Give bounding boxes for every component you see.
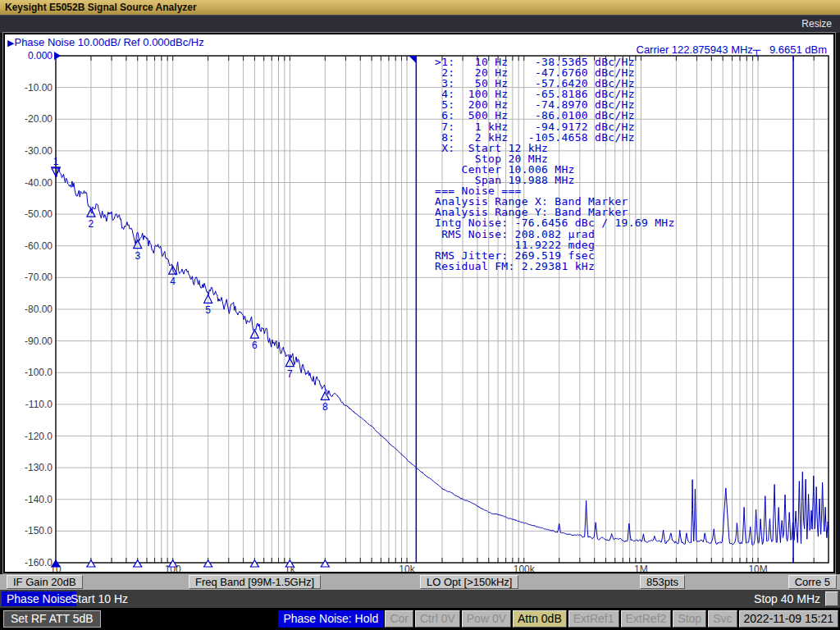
window-title: Keysight E5052B Signal Source Analyzer <box>0 0 840 15</box>
y-tick-label: -160.0 <box>25 557 52 568</box>
y-tick-label: -140.0 <box>25 494 52 505</box>
y-tick-label: -60.00 <box>25 240 52 252</box>
status-indicator-extref2: ExtRef2 <box>621 610 672 628</box>
marker-axis-symbol <box>134 560 142 567</box>
marker-number: 8 <box>322 401 328 413</box>
status-indicator-cor: Cor <box>385 610 413 628</box>
y-tick-label: -150.0 <box>25 525 52 536</box>
window-grip[interactable] <box>825 591 838 606</box>
lo-opt-badge: LO Opt [>150kHz] <box>420 575 518 589</box>
marker-number: 5 <box>205 304 211 316</box>
marker-number: 7 <box>287 368 293 380</box>
sweep-stop-label: Stop 40 MHz <box>754 591 820 606</box>
plot-svg[interactable]: 0.000-10.00-20.00-30.00-40.00-50.00-60.0… <box>5 34 833 572</box>
marker-number: 6 <box>252 340 258 351</box>
datetime-display: 2022-11-09 15:21 <box>739 610 839 628</box>
status-indicator-svc: Svc <box>708 610 737 628</box>
status-indicator-attn: Attn 0dB <box>513 610 567 628</box>
carrier-readout: Carrier 122.875943 MHz┬ 9.6651 dBm <box>637 43 828 56</box>
marker-axis-symbol <box>321 560 329 567</box>
marker-number: 2 <box>89 218 94 230</box>
y-tick-label: -110.0 <box>25 399 52 410</box>
marker-number: 4 <box>170 276 176 287</box>
y-tick-label: -100.0 <box>25 367 52 378</box>
y-tick-label: -130.0 <box>25 462 52 473</box>
y-tick-label: -70.00 <box>25 272 52 283</box>
x-tick-label: 10M <box>748 564 767 572</box>
y-tick-label: -10.00 <box>25 82 52 94</box>
marker-number: 1 <box>53 156 59 167</box>
status-indicator-pow: Pow 0V <box>462 610 511 628</box>
ref-level-icon <box>54 52 61 60</box>
trace-markers: 12345678 <box>51 156 329 567</box>
instrument-status-bar: Set RF ATT 5dB Phase Noise: Hold CorCtrl… <box>0 608 840 630</box>
status-indicator-extref1: ExtRef1 <box>568 610 619 628</box>
marker-info-panel: >1: 10 Hz -38.5365 dBc/Hz 2: 20 Hz -47.6… <box>435 57 675 272</box>
message-field: Set RF ATT 5dB <box>3 610 101 628</box>
measurement-bar: Phase Noise Start 10 Hz Stop 40 MHz <box>0 590 840 608</box>
y-tick-label: -50.00 <box>25 208 52 220</box>
resize-button[interactable]: Resize <box>801 18 832 30</box>
y-tick-label: -120.0 <box>25 431 52 442</box>
status-indicator-ctrl: Ctrl 0V <box>415 610 460 628</box>
band-marker-flag-icon <box>409 56 416 63</box>
y-tick-label: 0.000 <box>28 50 52 62</box>
y-tick-label: -40.00 <box>25 177 52 189</box>
x-tick-label: 100k <box>514 564 536 572</box>
phase-noise-window: ▶Phase Noise 10.00dB/ Ref 0.000dBc/Hz Ca… <box>3 33 835 573</box>
marker-axis-symbol <box>204 560 212 567</box>
tab-phase-noise[interactable]: Phase Noise <box>2 591 76 606</box>
marker-axis-symbol <box>250 560 258 567</box>
correlation-badge: Corre 5 <box>788 575 837 589</box>
x-tick-label: 1M <box>634 564 648 572</box>
marker-number: 3 <box>135 250 140 262</box>
status-indicator-stop: Stop <box>673 610 706 628</box>
sweep-start-label: Start 10 Hz <box>71 591 128 606</box>
config-status-row: IF Gain 20dBFreq Band [99M-1.5GHz]LO Opt… <box>0 574 840 590</box>
y-tick-label: -20.00 <box>25 113 52 125</box>
y-tick-label: -90.00 <box>25 336 52 347</box>
trace-scale-header: ▶Phase Noise 10.00dB/ Ref 0.000dBc/Hz <box>7 36 204 48</box>
freq-band-badge: Freq Band [99M-1.5GHz] <box>189 575 321 589</box>
measurement-state-badge: Phase Noise: Hold <box>278 610 383 628</box>
if-gain-badge: IF Gain 20dB <box>7 575 83 589</box>
marker-axis-symbol <box>87 560 95 567</box>
points-badge: 853pts <box>640 575 685 589</box>
y-tick-label: -30.00 <box>25 145 52 157</box>
x-tick-label: 10k <box>399 564 415 572</box>
window-menu-bar: Resize <box>0 15 840 33</box>
trace-scale-label: Phase Noise 10.00dB/ Ref 0.000dBc/Hz <box>14 36 203 48</box>
y-tick-label: -80.00 <box>25 304 52 315</box>
